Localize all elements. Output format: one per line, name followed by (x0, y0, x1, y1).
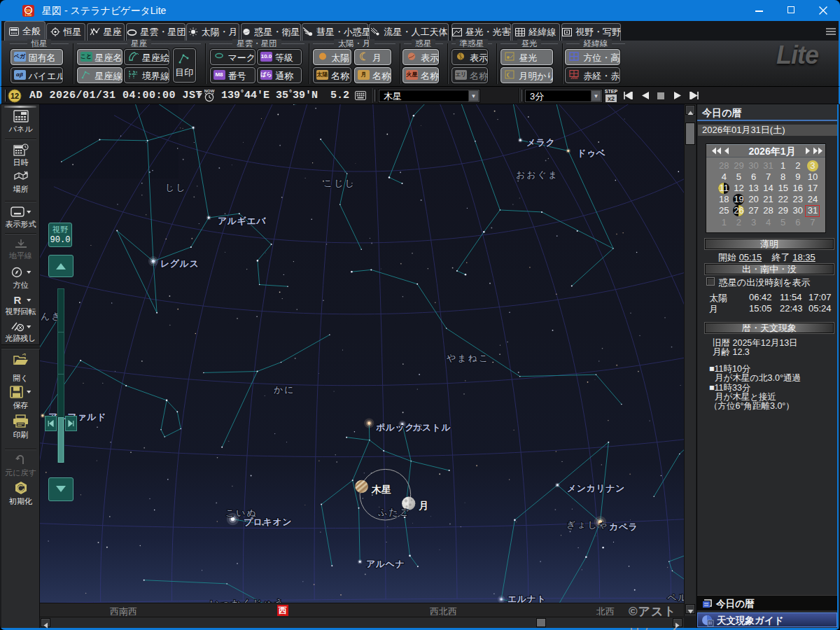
svg-text:エルナト: エルナト (507, 594, 546, 603)
svg-text:おおぐま: おおぐま (516, 169, 559, 180)
svg-text:2000: 2000 (570, 76, 578, 79)
svg-text:月: 月 (418, 500, 428, 511)
svg-text:やまねこ: やまねこ (447, 353, 489, 363)
svg-text:カストル: カストル (412, 422, 451, 433)
svg-text:メラク: メラク (526, 137, 555, 148)
svg-text:こいぬ: こいぬ (225, 507, 258, 518)
svg-text:ふたご: ふたご (378, 507, 410, 517)
svg-text:NOW: NOW (204, 89, 215, 93)
svg-text:STEP: STEP (605, 89, 617, 94)
svg-text:Lite: Lite (25, 13, 32, 17)
svg-text:SN: SN (25, 8, 31, 13)
svg-text:かに: かに (274, 384, 295, 395)
svg-text:カペラ: カペラ (609, 522, 638, 532)
svg-text:いっかくじゅう: いっかくじゅう (210, 598, 285, 603)
svg-text:木星: 木星 (371, 484, 391, 495)
svg-text:アルヘナ: アルヘナ (366, 559, 405, 569)
svg-text:R: R (13, 295, 21, 305)
svg-text:こじし: こじし (323, 178, 356, 188)
svg-text:アルギエバ: アルギエバ (218, 216, 266, 226)
svg-text:x2: x2 (608, 95, 615, 102)
svg-text:ドゥベ: ドゥベ (577, 148, 606, 158)
svg-text:レグルス: レグルス (160, 258, 199, 269)
svg-text:メンカリナン: メンカリナン (567, 483, 625, 493)
svg-text:ぎょしゃ: ぎょしゃ (566, 519, 609, 530)
svg-text:しし: しし (165, 182, 187, 192)
svg-text:プロキオン: プロキオン (244, 517, 292, 527)
svg-text:12: 12 (10, 92, 19, 100)
svg-text:ペル: ペル (667, 592, 684, 603)
